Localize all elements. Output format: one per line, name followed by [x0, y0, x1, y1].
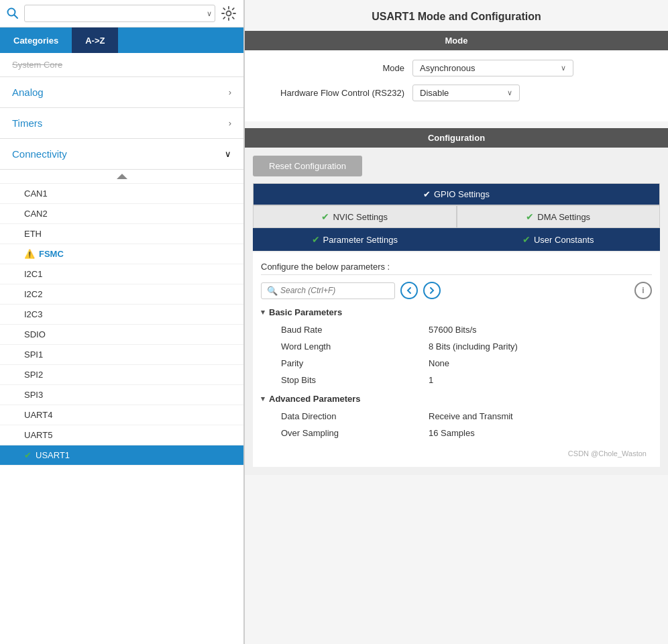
mode-label: Mode — [265, 63, 412, 73]
right-panel: USART1 Mode and Configuration Mode Mode … — [245, 0, 668, 644]
dma-check-icon: ✔ — [526, 211, 534, 222]
sub-item-i2c1[interactable]: I2C1 — [0, 264, 243, 284]
tab-a-z[interactable]: A->Z — [72, 28, 118, 53]
param-user-row: ✔ Parameter Settings ✔ User Constants — [253, 228, 660, 251]
table-row: Parity None — [261, 355, 652, 372]
hw-flow-label: Hardware Flow Control (RS232) — [265, 88, 412, 98]
baud-rate-value: 57600 Bits/s — [408, 321, 652, 338]
search-input[interactable] — [29, 9, 211, 19]
connectivity-arrow-icon: ∨ — [225, 149, 231, 159]
usart1-check-icon: ✔ — [24, 450, 32, 460]
sub-item-spi3[interactable]: SPI3 — [0, 385, 243, 405]
advanced-params-header[interactable]: ▾ Advanced Parameters — [261, 394, 652, 404]
tab-bar: Categories A->Z — [0, 28, 243, 53]
sub-item-spi1[interactable]: SPI1 — [0, 345, 243, 365]
config-section: Configuration Reset Configuration ✔ GPIO… — [245, 128, 668, 475]
parity-value: None — [408, 355, 652, 372]
sub-item-can1[interactable]: CAN1 — [0, 184, 243, 204]
config-header: Configuration — [245, 128, 668, 148]
warning-icon: ⚠️ — [24, 249, 35, 259]
user-check-icon: ✔ — [522, 234, 531, 245]
params-area: Configure the below parameters : 🔍 — [253, 252, 660, 467]
sub-item-uart5[interactable]: UART5 — [0, 425, 243, 445]
baud-rate-label: Baud Rate — [261, 321, 408, 338]
settings-tabs: ✔ GPIO Settings ✔ NVIC Settings ✔ DMA Se… — [253, 183, 660, 251]
gear-icon[interactable] — [219, 4, 238, 23]
over-sampling-label: Over Sampling — [261, 425, 408, 441]
param-search-input[interactable] — [280, 286, 388, 295]
data-direction-value: Receive and Transmit — [408, 408, 652, 425]
timers-arrow-icon: › — [229, 118, 231, 128]
over-sampling-value: 16 Samples — [408, 425, 652, 441]
watermark: CSDN @Chole_Waston — [261, 447, 652, 460]
page-title: USART1 Mode and Configuration — [245, 0, 668, 31]
search-dropdown-icon[interactable]: ∨ — [207, 9, 212, 18]
sub-item-i2c3[interactable]: I2C3 — [0, 305, 243, 325]
tab-parameter-settings[interactable]: ✔ Parameter Settings — [253, 228, 457, 251]
parity-label: Parity — [261, 355, 408, 372]
tab-gpio-settings[interactable]: ✔ GPIO Settings — [253, 183, 660, 205]
basic-params-arrow-icon: ▾ — [261, 308, 265, 317]
param-search-row: 🔍 i — [261, 282, 652, 299]
hw-flow-select-arrow-icon: ∨ — [507, 89, 512, 97]
left-panel: ∨ Categories A->Z System Core Analog › — [0, 0, 245, 644]
sub-item-sdio[interactable]: SDIO — [0, 325, 243, 345]
search-bar: ∨ — [0, 0, 243, 28]
sub-item-usart1[interactable]: ✔ USART1 — [0, 445, 243, 466]
search-icon — [5, 6, 20, 21]
hw-flow-row: Hardware Flow Control (RS232) Disable ∨ — [265, 85, 648, 101]
tab-user-constants[interactable]: ✔ User Constants — [457, 228, 661, 251]
sidebar-item-analog[interactable]: Analog › — [0, 77, 243, 108]
word-length-label: Word Length — [261, 338, 408, 355]
search-input-container: ∨ — [24, 5, 215, 22]
basic-params-header[interactable]: ▾ Basic Parameters — [261, 307, 652, 317]
config-body: Reset Configuration ✔ GPIO Settings ✔ NV… — [245, 148, 668, 475]
mode-section: Mode Asynchronous ∨ Hardware Flow Contro… — [245, 50, 668, 121]
param-search-box[interactable]: 🔍 — [261, 282, 395, 299]
prev-button[interactable] — [400, 282, 418, 299]
tab-categories[interactable]: Categories — [0, 28, 72, 53]
sub-item-can2[interactable]: CAN2 — [0, 204, 243, 224]
mode-row: Mode Asynchronous ∨ — [265, 60, 648, 76]
advanced-params-table: Data Direction Receive and Transmit Over… — [261, 408, 652, 441]
connectivity-sub-items: CAN1 CAN2 ETH ⚠️ FSMC I2C1 I2C2 I2C3 S — [0, 184, 243, 466]
table-row: Stop Bits 1 — [261, 372, 652, 388]
svg-point-2 — [227, 11, 231, 16]
nvic-check-icon: ✔ — [321, 211, 329, 222]
tab-nvic-settings[interactable]: ✔ NVIC Settings — [253, 205, 457, 228]
basic-params-table: Baud Rate 57600 Bits/s Word Length 8 Bit… — [261, 321, 652, 388]
stop-bits-label: Stop Bits — [261, 372, 408, 388]
sub-item-fsmc[interactable]: ⚠️ FSMC — [0, 244, 243, 264]
sidebar-item-timers[interactable]: Timers › — [0, 108, 243, 139]
system-core-item: System Core — [0, 53, 243, 77]
svg-line-1 — [15, 15, 18, 19]
hw-flow-select[interactable]: Disable ∨ — [412, 85, 520, 101]
mode-select[interactable]: Asynchronous ∨ — [412, 60, 573, 76]
info-button[interactable]: i — [634, 282, 652, 299]
gpio-check-icon: ✔ — [423, 189, 431, 199]
sidebar-item-connectivity[interactable]: Connectivity ∨ — [0, 139, 243, 170]
params-subtitle: Configure the below parameters : — [261, 259, 652, 275]
sub-item-i2c2[interactable]: I2C2 — [0, 284, 243, 305]
mode-section-header: Mode — [245, 31, 668, 50]
data-direction-label: Data Direction — [261, 408, 408, 425]
param-check-icon: ✔ — [312, 234, 320, 245]
tab-dma-settings[interactable]: ✔ DMA Settings — [457, 205, 661, 228]
word-length-value: 8 Bits (including Parity) — [408, 338, 652, 355]
param-search-icon: 🔍 — [267, 286, 278, 296]
table-row: Baud Rate 57600 Bits/s — [261, 321, 652, 338]
sub-item-spi2[interactable]: SPI2 — [0, 365, 243, 385]
sub-item-eth[interactable]: ETH — [0, 224, 243, 244]
sub-item-uart4[interactable]: UART4 — [0, 405, 243, 425]
mode-select-arrow-icon: ∨ — [561, 64, 566, 72]
svg-marker-3 — [117, 174, 127, 179]
table-row: Word Length 8 Bits (including Parity) — [261, 338, 652, 355]
next-button[interactable] — [423, 282, 441, 299]
nvic-dma-row: ✔ NVIC Settings ✔ DMA Settings — [253, 205, 660, 228]
table-row: Over Sampling 16 Samples — [261, 425, 652, 441]
analog-arrow-icon: › — [229, 87, 231, 97]
reset-configuration-button[interactable]: Reset Configuration — [253, 156, 362, 176]
stop-bits-value: 1 — [408, 372, 652, 388]
advanced-params-arrow-icon: ▾ — [261, 394, 265, 403]
scroll-indicator — [0, 170, 243, 184]
